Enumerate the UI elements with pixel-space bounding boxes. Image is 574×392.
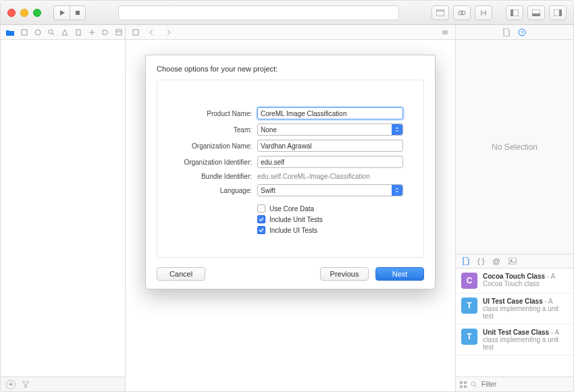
svg-marker-21 xyxy=(22,381,29,387)
toggle-right-panel-button[interactable] xyxy=(549,5,567,20)
stop-button[interactable] xyxy=(70,5,86,20)
navigator-bottom-bar: + xyxy=(1,376,125,391)
stop-icon xyxy=(74,9,81,16)
breakpoint-navigator-tab[interactable] xyxy=(102,28,109,37)
source-control-navigator-tab[interactable] xyxy=(21,28,28,37)
library-item-text: UI Test Case Class - A class implementin… xyxy=(483,298,568,320)
library-filter-input[interactable] xyxy=(481,381,569,388)
zoom-window-button[interactable] xyxy=(33,9,41,17)
project-navigator-tab[interactable] xyxy=(6,28,14,37)
grid-icon[interactable] xyxy=(460,381,467,388)
sheet-body: Product Name: Team: None xyxy=(157,80,424,258)
object-library-tab[interactable]: @ xyxy=(492,257,500,265)
use-core-data-checkbox[interactable] xyxy=(257,204,265,213)
bundle-id-row: Bundle Identifier: edu.self.CoreML-Image… xyxy=(178,172,403,180)
issue-navigator-tab[interactable] xyxy=(61,28,68,37)
titlebar xyxy=(1,1,573,25)
left-panel-icon xyxy=(511,9,519,16)
document-icon xyxy=(503,28,510,36)
run-button[interactable] xyxy=(53,5,70,20)
library-list: C Cocoa Touch Class - A Cocoa Touch clas… xyxy=(456,269,573,376)
include-ui-tests-row: Include UI Tests xyxy=(257,226,403,234)
svg-rect-19 xyxy=(116,30,122,35)
find-navigator-tab[interactable] xyxy=(48,28,55,37)
include-ui-tests-checkbox[interactable] xyxy=(257,226,265,234)
svg-marker-0 xyxy=(60,10,65,16)
assistant-icon xyxy=(458,9,466,16)
cancel-button[interactable]: Cancel xyxy=(157,267,205,281)
standard-editor-button[interactable] xyxy=(432,5,449,20)
org-name-input[interactable] xyxy=(257,140,403,152)
forward-button[interactable] xyxy=(163,28,173,37)
chevron-updown-icon xyxy=(392,124,402,135)
toolbar-right xyxy=(432,5,567,20)
library-item[interactable]: C Cocoa Touch Class - A Cocoa Touch clas… xyxy=(456,269,573,293)
toggle-bottom-panel-button[interactable] xyxy=(527,5,545,20)
language-select-value: Swift xyxy=(261,187,276,194)
svg-marker-16 xyxy=(62,30,68,35)
svg-rect-7 xyxy=(511,9,513,16)
org-id-label: Organization Identifier: xyxy=(178,159,252,166)
chevron-updown-icon xyxy=(392,185,402,196)
report-navigator-tab[interactable] xyxy=(115,28,122,37)
assistant-editor-button[interactable] xyxy=(453,5,471,20)
quick-help-inspector-tab[interactable]: ? xyxy=(518,28,526,36)
file-template-library-tab[interactable] xyxy=(463,257,469,265)
library-item-title: UI Test Case Class xyxy=(483,298,543,305)
navigator-body xyxy=(1,40,125,376)
product-name-input[interactable] xyxy=(257,107,403,119)
jump-menu-button[interactable] xyxy=(440,28,450,37)
bundle-id-label: Bundle Identifier: xyxy=(178,173,252,180)
right-panel-icon xyxy=(554,9,562,16)
library-item[interactable]: T UI Test Case Class - A class implement… xyxy=(456,293,573,325)
debug-navigator-tab[interactable] xyxy=(88,28,95,37)
add-button[interactable]: + xyxy=(6,380,16,389)
content-area: + Choose options for your new project: xyxy=(1,25,573,391)
jump-bar xyxy=(126,25,455,40)
back-button[interactable] xyxy=(147,28,157,37)
class-icon: C xyxy=(461,273,477,289)
help-icon: ? xyxy=(518,28,526,36)
team-label: Team: xyxy=(178,126,252,134)
sheet-buttons: Cancel Previous Next xyxy=(157,267,424,281)
svg-point-13 xyxy=(35,30,41,35)
code-snippet-library-tab[interactable]: { } xyxy=(477,257,484,265)
next-button[interactable]: Next xyxy=(375,267,424,281)
include-unit-tests-checkbox[interactable] xyxy=(257,215,265,223)
product-name-row: Product Name: xyxy=(178,107,403,119)
language-row: Language: Swift xyxy=(178,184,403,196)
library-item[interactable]: T Unit Test Case Class - A class impleme… xyxy=(456,325,573,356)
media-library-tab[interactable] xyxy=(508,258,517,264)
product-name-label: Product Name: xyxy=(178,110,252,117)
related-items-button[interactable] xyxy=(131,28,140,37)
language-label: Language: xyxy=(178,187,252,194)
org-name-label: Organization Name: xyxy=(178,142,252,150)
team-select[interactable]: None xyxy=(257,123,403,136)
close-window-button[interactable] xyxy=(7,9,16,17)
inspector-tabs: ? xyxy=(456,25,573,40)
filter-icon[interactable] xyxy=(22,381,29,388)
test-icon: T xyxy=(461,298,477,314)
svg-rect-11 xyxy=(559,9,562,16)
file-inspector-tab[interactable] xyxy=(503,28,510,36)
symbol-navigator-tab[interactable] xyxy=(34,28,41,37)
svg-text:?: ? xyxy=(521,30,524,36)
minimize-window-button[interactable] xyxy=(20,9,28,17)
bundle-id-value: edu.self.CoreML-Image-Classification xyxy=(257,173,370,180)
svg-rect-32 xyxy=(460,385,463,388)
svg-rect-9 xyxy=(532,13,540,16)
filter-icon xyxy=(471,381,477,388)
bottom-panel-icon xyxy=(532,9,540,16)
version-editor-button[interactable] xyxy=(475,5,492,20)
library-item-title: Cocoa Touch Class xyxy=(483,273,545,280)
toggle-left-panel-button[interactable] xyxy=(506,5,523,20)
test-navigator-tab[interactable] xyxy=(75,28,82,37)
org-id-input[interactable] xyxy=(257,156,403,168)
run-stop-group xyxy=(53,5,86,20)
language-select[interactable]: Swift xyxy=(257,184,403,196)
include-unit-tests-row: Include Unit Tests xyxy=(257,215,403,223)
xcode-window: + Choose options for your new project: xyxy=(0,0,574,392)
svg-rect-12 xyxy=(22,30,27,35)
previous-button[interactable]: Previous xyxy=(320,267,369,281)
document-icon xyxy=(463,257,469,265)
